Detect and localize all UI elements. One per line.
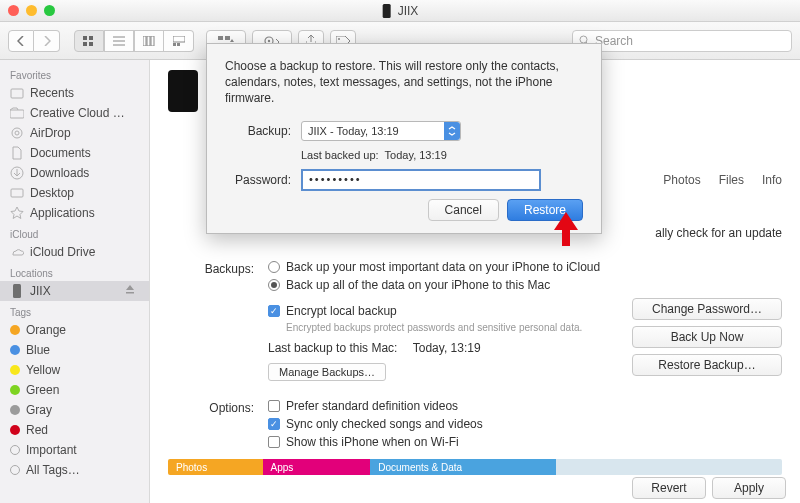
svg-rect-12 (225, 36, 230, 40)
backup-select[interactable]: JIIX - Today, 13:19 (301, 121, 461, 141)
sidebar-tag-all-tags-[interactable]: All Tags… (0, 460, 149, 480)
sidebar: Favorites Recents Creative Cloud Files A… (0, 60, 150, 503)
tag-dot-icon (10, 445, 20, 455)
sidebar-tag-red[interactable]: Red (0, 420, 149, 440)
svg-point-19 (12, 128, 22, 138)
option-checkbox[interactable] (268, 400, 280, 412)
password-label: Password: (225, 173, 301, 187)
tag-dot-icon (10, 425, 20, 435)
svg-point-16 (580, 36, 587, 43)
device-tabs: Photos Files Info (663, 173, 782, 187)
restore-backup-button[interactable]: Restore Backup… (632, 354, 782, 376)
backups-label: Backups: (168, 260, 268, 276)
window-titlebar: JIIX (0, 0, 800, 22)
svg-point-15 (338, 38, 340, 40)
tag-dot-icon (10, 405, 20, 415)
change-password-button[interactable]: Change Password… (632, 298, 782, 320)
dialog-message: Choose a backup to restore. This will re… (225, 58, 583, 107)
svg-rect-5 (143, 36, 146, 46)
forward-button[interactable] (34, 30, 60, 52)
option-checkbox[interactable] (268, 436, 280, 448)
tag-dot-icon (10, 365, 20, 375)
sidebar-tag-orange[interactable]: Orange (0, 320, 149, 340)
sidebar-item-desktop[interactable]: Desktop (0, 183, 149, 203)
backup-icloud-radio[interactable] (268, 261, 280, 273)
list-view-button[interactable] (104, 30, 134, 52)
sidebar-heading-tags: Tags (0, 301, 149, 320)
svg-rect-11 (218, 36, 223, 40)
zoom-window-button[interactable] (44, 5, 55, 16)
encrypt-checkbox[interactable] (268, 305, 280, 317)
sidebar-item-icloud-drive[interactable]: iCloud Drive (0, 242, 149, 262)
backup-select-label: Backup: (225, 124, 301, 138)
storage-segment: Apps (263, 459, 371, 475)
back-button[interactable] (8, 30, 34, 52)
sidebar-heading-locations: Locations (0, 262, 149, 281)
tab-files[interactable]: Files (719, 173, 744, 187)
tag-dot-icon (10, 385, 20, 395)
storage-segment (556, 459, 782, 475)
svg-rect-7 (151, 36, 154, 46)
sidebar-item-applications[interactable]: Applications (0, 203, 149, 223)
chevron-down-icon (444, 122, 460, 140)
annotation-arrow (552, 212, 580, 246)
svg-rect-22 (11, 189, 23, 197)
backup-mac-radio[interactable] (268, 279, 280, 291)
tab-photos[interactable]: Photos (663, 173, 700, 187)
revert-button[interactable]: Revert (632, 477, 706, 499)
svg-rect-8 (173, 36, 185, 42)
icon-view-button[interactable] (74, 30, 104, 52)
sidebar-item-device[interactable]: JIIX (0, 281, 149, 301)
storage-segment: Photos (168, 459, 263, 475)
options-label: Options: (168, 399, 268, 415)
tag-dot-icon (10, 465, 20, 475)
svg-rect-17 (11, 89, 23, 98)
svg-point-20 (15, 131, 19, 135)
sidebar-tag-yellow[interactable]: Yellow (0, 360, 149, 380)
tag-dot-icon (10, 325, 20, 335)
svg-rect-6 (147, 36, 150, 46)
sidebar-tag-gray[interactable]: Gray (0, 400, 149, 420)
column-view-button[interactable] (134, 30, 164, 52)
close-window-button[interactable] (8, 5, 19, 16)
sidebar-heading-favorites: Favorites (0, 64, 149, 83)
manage-backups-button[interactable]: Manage Backups… (268, 363, 386, 381)
tag-dot-icon (10, 345, 20, 355)
phone-icon (382, 4, 392, 18)
sidebar-tag-important[interactable]: Important (0, 440, 149, 460)
svg-rect-3 (83, 42, 87, 46)
svg-rect-18 (10, 110, 24, 118)
sidebar-item-recents[interactable]: Recents (0, 83, 149, 103)
eject-icon[interactable] (125, 284, 139, 298)
sidebar-item-creative-cloud[interactable]: Creative Cloud Files (0, 103, 149, 123)
svg-rect-23 (13, 284, 21, 298)
svg-rect-4 (89, 42, 93, 46)
tab-info[interactable]: Info (762, 173, 782, 187)
restore-backup-dialog: Choose a backup to restore. This will re… (206, 43, 602, 234)
sidebar-tag-blue[interactable]: Blue (0, 340, 149, 360)
svg-rect-10 (177, 43, 180, 46)
sidebar-heading-icloud: iCloud (0, 223, 149, 242)
option-checkbox[interactable] (268, 418, 280, 430)
password-input[interactable]: ••••••••• (301, 169, 541, 191)
backup-now-button[interactable]: Back Up Now (632, 326, 782, 348)
sidebar-item-downloads[interactable]: Downloads (0, 163, 149, 183)
minimize-window-button[interactable] (26, 5, 37, 16)
gallery-view-button[interactable] (164, 30, 194, 52)
apply-button[interactable]: Apply (712, 477, 786, 499)
storage-segment: Documents & Data (370, 459, 556, 475)
search-input[interactable]: Search (572, 30, 792, 52)
svg-rect-2 (89, 36, 93, 40)
window-title: JIIX (398, 4, 419, 18)
device-image (168, 70, 198, 112)
svg-rect-0 (383, 4, 391, 18)
sidebar-item-documents[interactable]: Documents (0, 143, 149, 163)
svg-point-14 (268, 39, 270, 41)
svg-rect-9 (173, 43, 176, 46)
sidebar-item-airdrop[interactable]: AirDrop (0, 123, 149, 143)
sidebar-tag-green[interactable]: Green (0, 380, 149, 400)
svg-rect-1 (83, 36, 87, 40)
storage-bar: PhotosAppsDocuments & Data (168, 459, 782, 475)
auto-check-text: ally check for an update (655, 226, 782, 240)
cancel-button[interactable]: Cancel (428, 199, 499, 221)
